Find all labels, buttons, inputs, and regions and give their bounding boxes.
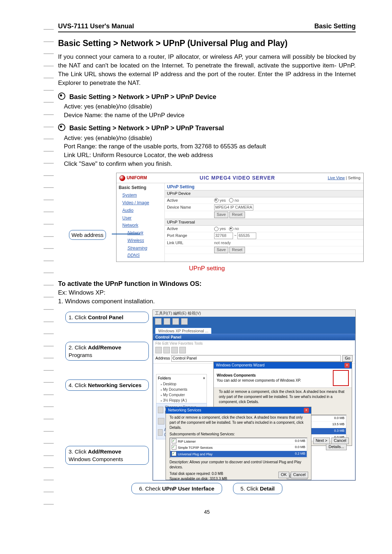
upnp-trav-l3: Link URL: Uniform Resource Locator, the … (64, 151, 356, 160)
callout-2: 2. Click Add/Remove Programs (65, 342, 149, 361)
tool-icon (164, 318, 170, 325)
upnp-panel: UNIFORM UIC MPEG4 VIDEO SERVER Live View… (116, 173, 364, 262)
row-port-range: Port Range 32768 ~ 65535 (165, 232, 363, 239)
link-url-label: Link URL (167, 240, 214, 246)
port-from-input[interactable]: 32768 (214, 233, 233, 239)
tree-item[interactable]: 3½ Floppy (A:) (161, 398, 205, 403)
upnp-traversal-heading: Basic Setting > Network > UPnP > UPnP Tr… (58, 124, 356, 133)
up-icon[interactable] (171, 347, 178, 353)
device-name-input[interactable]: MPEG4 IP CAMERA (214, 204, 253, 210)
add-remove-components-icon[interactable] (158, 429, 163, 436)
upnp-content: UPnP Setting UPnP Device Active yes no (165, 183, 363, 262)
activate-line1: Ex: Windows XP: (58, 288, 356, 297)
add-new-icon[interactable] (158, 418, 164, 424)
upnp-traversal-lines: Active: yes (enable)/no (disable) Port R… (64, 134, 356, 168)
bullet-icon (58, 124, 65, 131)
port-to-input[interactable]: 65535 (237, 233, 256, 239)
link-url-value: not ready (214, 240, 361, 246)
wizard-details-button[interactable]: Details... (326, 444, 347, 450)
web-address-callout: Web address (69, 230, 106, 240)
trav-active-no-radio[interactable] (229, 227, 233, 231)
section-title: Basic Setting > Network > UPnP (Universa… (58, 37, 356, 49)
wizard-cancel-button[interactable]: Cancel (331, 438, 349, 444)
netserv-item: RIP Listener0.0 MB (170, 438, 307, 445)
wizard-h2: You can add or remove components of Wind… (217, 378, 301, 383)
dev-active-yes-radio[interactable] (214, 198, 219, 202)
address-input[interactable]: Control Panel (171, 355, 341, 361)
control-panel-window: Control Panel File Edit View Favorites T… (153, 334, 355, 480)
side-system[interactable]: System (122, 192, 162, 198)
dev-reset-button[interactable]: Reset (229, 212, 245, 218)
netserv-ok-button[interactable]: OK (278, 472, 289, 478)
port-range-label: Port Range (167, 233, 214, 238)
left-ruler (44, 29, 54, 505)
dev-active-no: no (234, 198, 239, 203)
tool-icon (155, 318, 162, 325)
netserv-desc: To add or remove a component, click the … (166, 414, 311, 432)
row-trav-active: Active yes no (165, 226, 363, 232)
trav-active-yes: yes (220, 226, 226, 231)
upnp-screenshot-wrap: Web address UNIFORM UIC MPEG4 VIDEO SERV… (58, 173, 356, 262)
trav-active-yes-radio[interactable] (214, 227, 219, 231)
upnp-device-l1: Active: yes (enable)/no (disable) (64, 102, 356, 111)
dev-active-no-radio[interactable] (229, 198, 233, 202)
header-right: Basic Setting (314, 22, 356, 31)
fwd-icon[interactable] (163, 347, 170, 353)
netserv-titlebar: Networking Services × (166, 407, 311, 414)
sidebar-head: Basic Setting (119, 185, 162, 191)
close-icon[interactable]: × (304, 408, 309, 413)
port-sep: ~ (234, 233, 236, 238)
row-link-url: Link URL not ready (165, 240, 363, 246)
ctrl-menubar: File Edit View Favorites Tools (153, 340, 355, 347)
row-dev-name: Device Name MPEG4 IP CAMERA (165, 204, 363, 211)
upnp-traversal-heading-text: Basic Setting > Network > UPnP > UPnP Tr… (69, 124, 224, 132)
close-icon[interactable]: × (344, 363, 350, 368)
change-remove-icon[interactable] (158, 407, 163, 413)
upnp-trav-subhead: UPnP Traversal (165, 219, 363, 226)
trav-save-button[interactable]: Save (214, 247, 228, 253)
upnp-device-l2: Device Name: the name of the UPnP device (64, 111, 356, 120)
row-dev-buttons: Save Reset (165, 211, 363, 218)
live-view-link[interactable]: Live View (328, 176, 345, 180)
callout-1: 1. Click Control Panel (65, 312, 149, 323)
back-icon[interactable] (155, 347, 162, 353)
search-icon[interactable] (179, 347, 186, 353)
windows-screenshot: 工具列(T) 編輯(E) 檢視(V) Windows XP Profession… (152, 309, 356, 481)
side-audio[interactable]: Audio (122, 208, 162, 214)
side-network[interactable]: Network (122, 222, 162, 229)
folders-close[interactable]: × (203, 376, 205, 381)
side-user[interactable]: User (122, 215, 162, 221)
dev-active-label: Active (167, 198, 214, 203)
folders-head: Folders (158, 376, 171, 381)
page-number: 45 (58, 509, 356, 516)
upnp-setting-head: UPnP Setting (165, 184, 363, 190)
side-wireless[interactable]: Wireless (127, 238, 162, 244)
dev-active-yes: yes (220, 198, 226, 203)
top-links: Live View | Setting (328, 175, 360, 181)
total-val: 0.0 MB (212, 472, 223, 476)
trav-active-no: no (234, 226, 239, 231)
tree-item[interactable]: Desktop (161, 382, 205, 387)
dev-save-button[interactable]: Save (214, 212, 228, 218)
side-ddns[interactable]: DDNS (127, 253, 162, 259)
wizard-titlebar: Windows Components Wizard × (214, 362, 352, 369)
upnp-device-lines: Active: yes (enable)/no (disable) Device… (64, 102, 356, 120)
side-video[interactable]: Video / Image (122, 200, 162, 206)
side-streaming[interactable]: Streaming (127, 245, 162, 251)
netserv-cancel-button[interactable]: Cancel (291, 472, 308, 478)
tree-item[interactable]: My Computer (161, 393, 205, 398)
address-row (153, 347, 355, 355)
go-button[interactable]: Go (342, 355, 353, 361)
wizard-title: Windows Components Wizard (216, 363, 265, 368)
side-network-sub[interactable]: Network (127, 230, 162, 236)
wizard-next-button[interactable]: Next > (313, 438, 330, 444)
row-dev-active: Active yes no (165, 197, 363, 204)
web-address-line (112, 234, 140, 234)
tree-item[interactable]: My Documents (161, 387, 205, 392)
trav-reset-button[interactable]: Reset (229, 247, 245, 253)
dev-name-label: Device Name (167, 205, 214, 210)
avail-label: Space available on disk: (170, 477, 209, 481)
wizard-icon (333, 370, 349, 386)
brand-logo: UNIFORM (119, 175, 147, 181)
upnp-device-heading: Basic Setting > Network > UPnP > UPnP De… (58, 93, 356, 102)
